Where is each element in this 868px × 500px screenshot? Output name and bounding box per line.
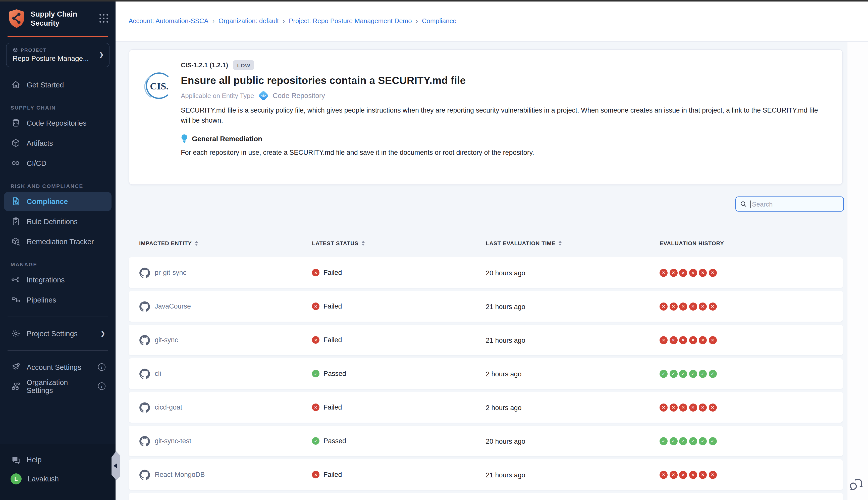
history-passed-icon: ✓ bbox=[689, 370, 697, 378]
sidebar-item-cicd[interactable]: CI/CD bbox=[4, 154, 112, 173]
sidebar-collapse-handle[interactable] bbox=[112, 451, 120, 480]
sidebar-item-remediation-tracker[interactable]: Remediation Tracker bbox=[4, 232, 112, 251]
history-failed-icon: ✕ bbox=[699, 302, 707, 310]
severity-badge: LOW bbox=[233, 60, 254, 70]
history-failed-icon: ✕ bbox=[669, 403, 678, 411]
entity-name[interactable]: cicd-goat bbox=[155, 404, 182, 411]
sidebar-item-project-settings[interactable]: Project Settings ❯ bbox=[4, 324, 112, 343]
table-row[interactable]: pr-git-sync✕Failed20 hours ago✕✕✕✕✕✕ bbox=[129, 257, 843, 288]
table-row[interactable]: git-sync✕Failed21 hours ago✕✕✕✕✕✕ bbox=[129, 325, 843, 355]
table-row[interactable]: cli✓Passed2 hours ago✓✓✓✓✓✓ bbox=[129, 358, 843, 389]
breadcrumb-separator: › bbox=[283, 17, 285, 24]
sidebar-item-label: Integrations bbox=[27, 276, 65, 284]
table-row[interactable]: React-MongoDB✕Failed21 hours ago✕✕✕✕✕✕ bbox=[129, 459, 843, 490]
status-label: Passed bbox=[324, 437, 346, 445]
entity-name[interactable]: cli bbox=[155, 370, 161, 377]
table-row[interactable]: JavaCourse✕Failed21 hours ago✕✕✕✕✕✕ bbox=[129, 291, 843, 322]
breadcrumb-link[interactable]: Organization: default bbox=[219, 17, 279, 25]
search-input[interactable] bbox=[752, 200, 840, 208]
history-passed-icon: ✓ bbox=[669, 370, 678, 378]
sidebar-item-integrations[interactable]: Integrations bbox=[4, 270, 112, 289]
user-menu[interactable]: L Lavakush bbox=[4, 469, 112, 488]
infinity-icon bbox=[11, 158, 21, 168]
column-header[interactable]: LATEST STATUS bbox=[312, 240, 364, 246]
sidebar-item-account-settings[interactable]: Account Settings i bbox=[4, 357, 112, 377]
status-label: Failed bbox=[324, 336, 342, 344]
sidebar-item-label: CI/CD bbox=[27, 159, 46, 167]
last-evaluation-time: 2 hours ago bbox=[486, 404, 522, 411]
avatar: L bbox=[11, 473, 22, 485]
sort-icon[interactable] bbox=[195, 241, 198, 246]
scrollbar-track[interactable] bbox=[847, 42, 868, 500]
table-row[interactable]: git-sync-test✓Passed20 hours ago✓✓✓✓✓✓ bbox=[129, 425, 843, 456]
entity-name[interactable]: git-sync-test bbox=[155, 437, 192, 445]
remediation-title: General Remediation bbox=[192, 135, 262, 143]
help-chat-icon: ? bbox=[11, 455, 21, 465]
history-failed-icon: ✕ bbox=[660, 470, 668, 479]
entity-name[interactable]: git-sync bbox=[155, 336, 178, 344]
lightbulb-icon bbox=[181, 134, 188, 143]
repo-icon bbox=[11, 118, 21, 128]
nav-section-label: RISK AND COMPLIANCE bbox=[11, 183, 116, 189]
history-failed-icon: ✕ bbox=[669, 302, 678, 310]
history-passed-icon: ✓ bbox=[699, 437, 707, 445]
cube-icon bbox=[11, 138, 21, 148]
sidebar-item-artifacts[interactable]: Artifacts bbox=[4, 134, 112, 152]
github-icon bbox=[139, 469, 150, 480]
passed-status-icon: ✓ bbox=[312, 370, 320, 377]
entity-name[interactable]: JavaCourse bbox=[155, 303, 191, 310]
column-header[interactable]: LAST EVALUATION TIME bbox=[486, 240, 660, 246]
sidebar-item-rule-definitions[interactable]: Rule Definitions bbox=[4, 212, 112, 231]
history-failed-icon: ✕ bbox=[679, 336, 687, 344]
column-header[interactable]: IMPACTED ENTITY bbox=[139, 240, 198, 246]
sidebar-item-pipelines[interactable]: Pipelines bbox=[4, 290, 112, 309]
chevron-right-icon: ❯ bbox=[99, 51, 104, 58]
sidebar-item-get-started[interactable]: Get Started bbox=[4, 75, 112, 94]
breadcrumb: Account: Automation-SSCA›Organization: d… bbox=[129, 17, 456, 25]
info-icon[interactable]: i bbox=[98, 363, 105, 371]
entity-name[interactable]: pr-git-sync bbox=[155, 269, 186, 276]
github-icon bbox=[139, 267, 150, 278]
sidebar-item-label: Rule Definitions bbox=[27, 217, 78, 225]
sidebar-item-label: Artifacts bbox=[27, 139, 53, 147]
sidebar-item-label: Get Started bbox=[27, 81, 64, 89]
sidebar-item-help[interactable]: ? Help bbox=[4, 450, 112, 469]
status-label: Failed bbox=[324, 269, 342, 276]
history-failed-icon: ✕ bbox=[679, 302, 687, 310]
page-header: Account: Automation-SSCA›Organization: d… bbox=[116, 0, 868, 42]
organization-settings-label: Organization Settings bbox=[27, 378, 92, 394]
project-selector[interactable]: PROJECT Repo Posture Manage... ❯ bbox=[6, 43, 109, 67]
nav-section-label: SUPPLY CHAIN bbox=[11, 104, 116, 110]
info-icon[interactable]: i bbox=[98, 383, 105, 390]
feedback-chat-icon[interactable] bbox=[849, 477, 864, 492]
sort-icon[interactable] bbox=[558, 241, 562, 246]
breadcrumb-link[interactable]: Project: Repo Posture Management Demo bbox=[289, 17, 412, 25]
entity-name[interactable]: React-MongoDB bbox=[155, 471, 205, 478]
sidebar-item-organization-settings[interactable]: Organization Settings i bbox=[4, 377, 112, 396]
sort-icon[interactable] bbox=[361, 241, 364, 246]
history-passed-icon: ✓ bbox=[708, 437, 717, 445]
breadcrumb-link[interactable]: Compliance bbox=[422, 17, 456, 25]
history-failed-icon: ✕ bbox=[699, 403, 707, 411]
breadcrumb-separator: › bbox=[416, 17, 418, 24]
failed-status-icon: ✕ bbox=[312, 471, 320, 478]
svg-text:CIS.: CIS. bbox=[150, 81, 169, 91]
failed-status-icon: ✕ bbox=[312, 336, 320, 344]
history-failed-icon: ✕ bbox=[689, 470, 697, 479]
failed-status-icon: ✕ bbox=[312, 269, 320, 276]
column-header: EVALUATION HISTORY bbox=[660, 240, 724, 246]
project-label: PROJECT bbox=[21, 47, 47, 53]
rule-description: SECURITY.md file is a security policy fi… bbox=[181, 105, 827, 126]
table-row[interactable]: ✓Passed✓✓✓✓✓✓ bbox=[129, 493, 843, 500]
history-failed-icon: ✕ bbox=[708, 302, 717, 310]
table-row[interactable]: cicd-goat✕Failed2 hours ago✕✕✕✕✕✕ bbox=[129, 392, 843, 423]
breadcrumb-link[interactable]: Account: Automation-SSCA bbox=[129, 17, 208, 25]
sidebar-item-code-repositories[interactable]: Code Repositories bbox=[4, 113, 112, 133]
box-wrench-icon bbox=[11, 236, 21, 247]
sidebar-item-compliance[interactable]: Compliance bbox=[4, 192, 112, 211]
history-failed-icon: ✕ bbox=[699, 470, 707, 479]
pipeline-icon bbox=[11, 295, 21, 305]
sidebar: Supply Chain Security PROJECT Repo Postu bbox=[0, 0, 116, 500]
app-switcher-icon[interactable] bbox=[100, 14, 108, 23]
history-failed-icon: ✕ bbox=[669, 336, 678, 344]
